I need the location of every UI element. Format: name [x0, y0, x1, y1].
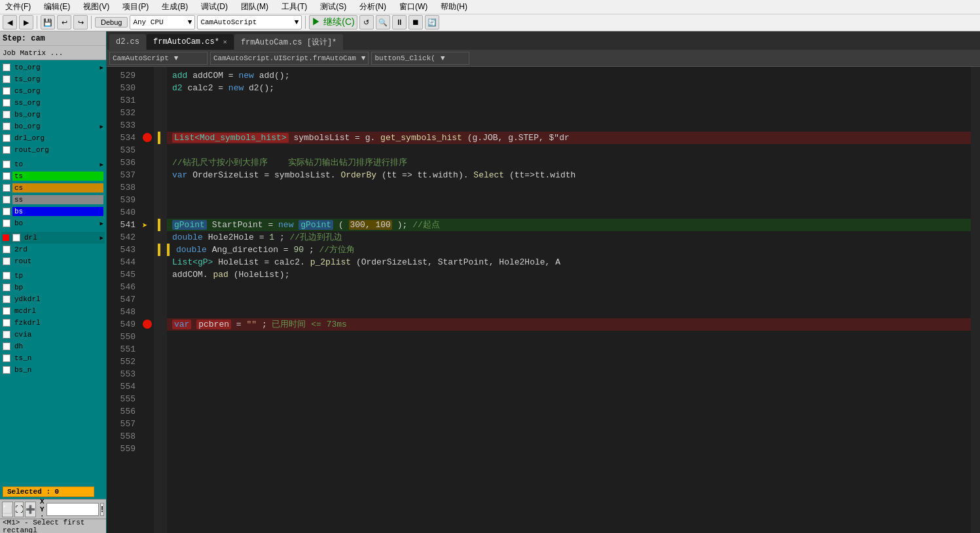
forward-button[interactable]: ▶ — [19, 15, 33, 29]
menu-build[interactable]: 生成(B) — [159, 1, 191, 13]
tab-d2[interactable]: d2.cs — [109, 34, 146, 50]
list-item[interactable]: ydkdrl — [1, 293, 105, 305]
method-dropdown[interactable]: button5_Click( ▼ — [371, 52, 469, 65]
menu-view[interactable]: 视图(V) — [81, 1, 112, 13]
layer-checkbox[interactable] — [3, 75, 10, 83]
chevron-down-icon: ▼ — [174, 54, 179, 62]
list-item[interactable]: ss_org — [1, 97, 105, 109]
layer-checkbox[interactable] — [3, 246, 10, 253]
list-item[interactable]: to_org ▶ — [1, 62, 105, 73]
stop-button[interactable]: ⏹ — [408, 15, 423, 29]
list-item[interactable]: cvia — [1, 329, 105, 340]
scope-dropdown[interactable]: CamAutoScript ▼ — [109, 52, 208, 65]
list-item[interactable]: cs — [1, 182, 105, 194]
layer-checkbox[interactable] — [3, 319, 10, 327]
list-item[interactable]: rout — [1, 255, 105, 267]
class-dropdown[interactable]: CamAutoScript.UIScript.frmAutoCam ▼ — [210, 52, 369, 65]
layer-checkbox[interactable] — [3, 257, 10, 265]
tab-frmauto-design[interactable]: frmAutoCam.cs [设计]* — [234, 34, 343, 50]
layer-checkbox[interactable] — [3, 134, 10, 142]
breakpoint-549[interactable] — [143, 320, 152, 329]
left-bottom-toolbar: ⬜ ⛶ ➕ X Y : ! — [0, 499, 106, 519]
list-item[interactable]: bp — [1, 282, 105, 293]
layer-checkbox[interactable] — [3, 366, 10, 374]
debug-mode-button[interactable]: Debug — [95, 17, 128, 28]
list-item[interactable]: to ▶ — [1, 158, 105, 170]
list-item[interactable]: drl ▶ — [1, 232, 105, 244]
list-item[interactable]: ts_org — [1, 73, 105, 85]
list-item[interactable]: 2rd — [1, 244, 105, 255]
main-layout: Step: cam Job Matrix ... to_org ▶ ts_org… — [0, 31, 980, 533]
menu-tools[interactable]: 工具(T) — [279, 1, 310, 13]
list-item[interactable]: cs_org — [1, 85, 105, 97]
exclamation-button[interactable]: ! — [100, 503, 104, 516]
layer-checkbox[interactable] — [3, 342, 10, 350]
list-item[interactable]: drl_org — [1, 132, 105, 144]
select-rect-button[interactable]: ⛶ — [14, 502, 24, 517]
layer-checkbox[interactable] — [3, 354, 10, 362]
menu-help[interactable]: 帮助(H) — [438, 1, 470, 13]
cpu-dropdown[interactable]: Any CPU ▼ — [130, 15, 195, 29]
layer-checkbox[interactable] — [3, 184, 10, 192]
layer-checkbox[interactable] — [3, 272, 10, 280]
layer-checkbox[interactable] — [3, 64, 10, 71]
refresh-button[interactable]: 🔄 — [425, 15, 439, 29]
menu-file[interactable]: 文件(F) — [3, 1, 33, 13]
layer-checkbox[interactable] — [3, 172, 10, 180]
pause-button[interactable]: ⏸ — [392, 15, 407, 29]
undo-button[interactable]: ↩ — [57, 15, 71, 29]
layer-checkbox[interactable] — [3, 122, 10, 130]
list-item[interactable]: bs_org — [1, 109, 105, 120]
layer-checkbox[interactable] — [3, 111, 10, 119]
layer-checkbox[interactable] — [3, 295, 10, 303]
code-line-539 — [167, 194, 971, 206]
layer-checkbox[interactable] — [3, 208, 10, 215]
tab-frmauto-active[interactable]: frmAutoCam.cs* ✕ — [147, 34, 234, 50]
list-item[interactable]: ss — [1, 194, 105, 206]
menu-team[interactable]: 团队(M) — [238, 1, 271, 13]
layer-checkbox[interactable] — [3, 219, 10, 227]
list-item[interactable]: bo_org ▶ — [1, 120, 105, 132]
menu-window[interactable]: 窗口(W) — [397, 1, 430, 13]
layer-checkbox[interactable] — [3, 99, 10, 107]
list-item[interactable]: dh — [1, 340, 105, 352]
menu-edit[interactable]: 编辑(E) — [41, 1, 73, 13]
list-item[interactable]: rout_org — [1, 144, 105, 156]
script-dropdown[interactable]: CamAutoScript ▼ — [197, 15, 302, 29]
add-button[interactable]: ➕ — [25, 502, 36, 517]
list-item[interactable]: ts_n — [1, 352, 105, 364]
breakpoint-534[interactable] — [143, 133, 152, 142]
menu-debug[interactable]: 调试(D) — [198, 1, 230, 13]
list-item[interactable]: mcdrl — [1, 305, 105, 317]
menu-analyze[interactable]: 分析(N) — [357, 1, 389, 13]
code-editor[interactable]: 529 530 531 532 533 534 535 536 537 538 … — [107, 67, 980, 533]
continue-button[interactable]: ▶ 继续(C) — [309, 15, 357, 29]
redo-button[interactable]: ↪ — [73, 15, 88, 29]
back-button[interactable]: ◀ — [3, 15, 17, 29]
select-all-button[interactable]: ⬜ — [2, 502, 13, 517]
layer-checkbox[interactable] — [3, 160, 10, 168]
xy-input[interactable] — [46, 503, 99, 516]
layer-checkbox[interactable] — [3, 331, 10, 339]
layer-checkbox[interactable] — [3, 284, 10, 291]
save-button[interactable]: 💾 — [41, 15, 55, 29]
list-item[interactable]: bs — [1, 206, 105, 217]
vertical-scrollbar[interactable] — [971, 67, 980, 533]
list-item[interactable]: fzkdrl — [1, 317, 105, 329]
restart-button[interactable]: ↺ — [359, 15, 374, 29]
list-item[interactable]: ts — [1, 170, 105, 182]
layer-checkbox[interactable] — [3, 196, 10, 204]
layer-checkbox[interactable] — [12, 234, 20, 242]
list-item[interactable]: tp — [1, 270, 105, 282]
menu-project[interactable]: 项目(P) — [120, 1, 151, 13]
close-icon[interactable]: ✕ — [223, 38, 227, 46]
list-item[interactable]: bo ▶ — [1, 217, 105, 229]
layer-checkbox[interactable] — [3, 87, 10, 95]
layer-checkbox[interactable] — [3, 307, 10, 315]
search-button[interactable]: 🔍 — [376, 15, 390, 29]
menu-test[interactable]: 测试(S) — [318, 1, 349, 13]
job-matrix-header[interactable]: Job Matrix ... — [0, 46, 106, 60]
code-content[interactable]: add addCOM = new add(); d2 calc2 = new d… — [167, 67, 971, 533]
list-item[interactable]: bs_n — [1, 364, 105, 376]
layer-checkbox[interactable] — [3, 146, 10, 154]
